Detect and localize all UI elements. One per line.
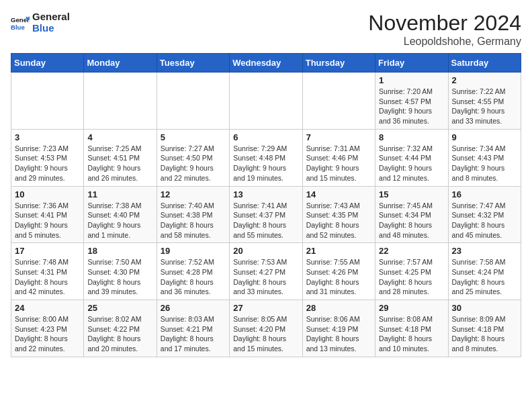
day-number: 5 bbox=[161, 132, 226, 142]
calendar-cell bbox=[302, 73, 375, 130]
day-info: Sunrise: 8:02 AM Sunset: 4:22 PM Dayligh… bbox=[87, 314, 152, 354]
calendar-cell: 30Sunrise: 8:09 AM Sunset: 4:18 PM Dayli… bbox=[448, 300, 521, 357]
calendar-cell: 26Sunrise: 8:03 AM Sunset: 4:21 PM Dayli… bbox=[157, 300, 229, 357]
logo: General Blue General Blue bbox=[11, 11, 70, 34]
day-info: Sunrise: 7:29 AM Sunset: 4:48 PM Dayligh… bbox=[233, 144, 298, 183]
logo-icon: General Blue bbox=[11, 13, 30, 32]
day-number: 28 bbox=[306, 303, 371, 313]
calendar-cell: 17Sunrise: 7:48 AM Sunset: 4:31 PM Dayli… bbox=[11, 243, 84, 300]
day-number: 1 bbox=[379, 75, 444, 85]
calendar-cell: 16Sunrise: 7:47 AM Sunset: 4:32 PM Dayli… bbox=[448, 186, 521, 243]
calendar-cell: 23Sunrise: 7:58 AM Sunset: 4:24 PM Dayli… bbox=[448, 243, 521, 300]
calendar-cell: 21Sunrise: 7:55 AM Sunset: 4:26 PM Dayli… bbox=[302, 243, 375, 300]
weekday-header: SundayMondayTuesdayWednesdayThursdayFrid… bbox=[11, 54, 521, 73]
day-info: Sunrise: 7:25 AM Sunset: 4:51 PM Dayligh… bbox=[87, 144, 152, 183]
calendar-cell bbox=[230, 73, 302, 130]
weekday-header-cell: Tuesday bbox=[157, 54, 229, 73]
day-info: Sunrise: 7:41 AM Sunset: 4:37 PM Dayligh… bbox=[233, 201, 298, 240]
day-info: Sunrise: 7:36 AM Sunset: 4:41 PM Dayligh… bbox=[15, 201, 80, 240]
calendar-cell: 13Sunrise: 7:41 AM Sunset: 4:37 PM Dayli… bbox=[230, 186, 302, 243]
calendar-cell: 9Sunrise: 7:34 AM Sunset: 4:43 PM Daylig… bbox=[448, 129, 521, 186]
month-title: November 2024 bbox=[368, 11, 521, 36]
calendar-cell: 2Sunrise: 7:22 AM Sunset: 4:55 PM Daylig… bbox=[448, 73, 521, 130]
day-info: Sunrise: 7:47 AM Sunset: 4:32 PM Dayligh… bbox=[452, 201, 517, 240]
day-number: 11 bbox=[87, 189, 152, 199]
day-number: 23 bbox=[452, 246, 517, 256]
weekday-header-cell: Saturday bbox=[448, 54, 521, 73]
day-info: Sunrise: 7:38 AM Sunset: 4:40 PM Dayligh… bbox=[87, 201, 152, 240]
day-info: Sunrise: 7:55 AM Sunset: 4:26 PM Dayligh… bbox=[306, 257, 371, 297]
day-info: Sunrise: 7:43 AM Sunset: 4:35 PM Dayligh… bbox=[306, 201, 371, 240]
day-number: 9 bbox=[452, 132, 517, 142]
calendar-week-row: 24Sunrise: 8:00 AM Sunset: 4:23 PM Dayli… bbox=[11, 300, 521, 357]
day-number: 18 bbox=[87, 246, 152, 256]
day-info: Sunrise: 8:03 AM Sunset: 4:21 PM Dayligh… bbox=[161, 314, 226, 354]
title-area: November 2024 Leopoldshohe, Germany bbox=[368, 11, 521, 48]
location-title: Leopoldshohe, Germany bbox=[368, 36, 521, 48]
day-number: 25 bbox=[87, 303, 152, 313]
logo-line1: General bbox=[32, 11, 70, 22]
day-number: 7 bbox=[306, 132, 371, 142]
calendar-cell: 7Sunrise: 7:31 AM Sunset: 4:46 PM Daylig… bbox=[302, 129, 375, 186]
day-info: Sunrise: 7:32 AM Sunset: 4:44 PM Dayligh… bbox=[379, 144, 444, 183]
calendar-cell bbox=[84, 73, 157, 130]
calendar-cell: 22Sunrise: 7:57 AM Sunset: 4:25 PM Dayli… bbox=[375, 243, 448, 300]
day-info: Sunrise: 7:20 AM Sunset: 4:57 PM Dayligh… bbox=[379, 87, 444, 126]
day-number: 16 bbox=[452, 189, 517, 199]
calendar-cell: 8Sunrise: 7:32 AM Sunset: 4:44 PM Daylig… bbox=[375, 129, 448, 186]
calendar-cell: 4Sunrise: 7:25 AM Sunset: 4:51 PM Daylig… bbox=[84, 129, 157, 186]
weekday-header-cell: Thursday bbox=[302, 54, 375, 73]
day-info: Sunrise: 7:53 AM Sunset: 4:27 PM Dayligh… bbox=[233, 257, 298, 297]
calendar-body: 1Sunrise: 7:20 AM Sunset: 4:57 PM Daylig… bbox=[11, 73, 521, 357]
day-number: 20 bbox=[233, 246, 298, 256]
day-info: Sunrise: 8:09 AM Sunset: 4:18 PM Dayligh… bbox=[452, 314, 517, 354]
calendar-cell: 5Sunrise: 7:27 AM Sunset: 4:50 PM Daylig… bbox=[157, 129, 229, 186]
day-number: 10 bbox=[15, 189, 80, 199]
calendar-cell: 11Sunrise: 7:38 AM Sunset: 4:40 PM Dayli… bbox=[84, 186, 157, 243]
day-info: Sunrise: 8:00 AM Sunset: 4:23 PM Dayligh… bbox=[15, 314, 80, 354]
calendar-week-row: 3Sunrise: 7:23 AM Sunset: 4:53 PM Daylig… bbox=[11, 129, 521, 186]
calendar-cell: 3Sunrise: 7:23 AM Sunset: 4:53 PM Daylig… bbox=[11, 129, 84, 186]
weekday-header-cell: Friday bbox=[375, 54, 448, 73]
day-number: 29 bbox=[379, 303, 444, 313]
calendar-cell: 1Sunrise: 7:20 AM Sunset: 4:57 PM Daylig… bbox=[375, 73, 448, 130]
day-info: Sunrise: 8:05 AM Sunset: 4:20 PM Dayligh… bbox=[233, 314, 298, 354]
calendar-cell bbox=[157, 73, 229, 130]
calendar-cell: 25Sunrise: 8:02 AM Sunset: 4:22 PM Dayli… bbox=[84, 300, 157, 357]
weekday-header-cell: Sunday bbox=[11, 54, 84, 73]
day-info: Sunrise: 7:22 AM Sunset: 4:55 PM Dayligh… bbox=[452, 87, 517, 126]
day-number: 3 bbox=[15, 132, 80, 142]
day-number: 17 bbox=[15, 246, 80, 256]
day-number: 22 bbox=[379, 246, 444, 256]
day-info: Sunrise: 7:45 AM Sunset: 4:34 PM Dayligh… bbox=[379, 201, 444, 240]
day-number: 13 bbox=[233, 189, 298, 199]
day-number: 24 bbox=[15, 303, 80, 313]
calendar-cell: 20Sunrise: 7:53 AM Sunset: 4:27 PM Dayli… bbox=[230, 243, 302, 300]
calendar-cell: 29Sunrise: 8:08 AM Sunset: 4:18 PM Dayli… bbox=[375, 300, 448, 357]
calendar-cell: 24Sunrise: 8:00 AM Sunset: 4:23 PM Dayli… bbox=[11, 300, 84, 357]
calendar-week-row: 17Sunrise: 7:48 AM Sunset: 4:31 PM Dayli… bbox=[11, 243, 521, 300]
logo-line2: Blue bbox=[32, 22, 70, 34]
calendar-cell: 12Sunrise: 7:40 AM Sunset: 4:38 PM Dayli… bbox=[157, 186, 229, 243]
calendar-cell: 10Sunrise: 7:36 AM Sunset: 4:41 PM Dayli… bbox=[11, 186, 84, 243]
calendar-cell: 28Sunrise: 8:06 AM Sunset: 4:19 PM Dayli… bbox=[302, 300, 375, 357]
day-info: Sunrise: 7:57 AM Sunset: 4:25 PM Dayligh… bbox=[379, 257, 444, 297]
day-number: 6 bbox=[233, 132, 298, 142]
calendar-cell: 18Sunrise: 7:50 AM Sunset: 4:30 PM Dayli… bbox=[84, 243, 157, 300]
day-info: Sunrise: 8:08 AM Sunset: 4:18 PM Dayligh… bbox=[379, 314, 444, 354]
day-info: Sunrise: 7:48 AM Sunset: 4:31 PM Dayligh… bbox=[15, 257, 80, 297]
day-info: Sunrise: 7:52 AM Sunset: 4:28 PM Dayligh… bbox=[161, 257, 226, 297]
calendar-cell bbox=[11, 73, 84, 130]
calendar-week-row: 10Sunrise: 7:36 AM Sunset: 4:41 PM Dayli… bbox=[11, 186, 521, 243]
day-info: Sunrise: 7:40 AM Sunset: 4:38 PM Dayligh… bbox=[161, 201, 226, 240]
day-number: 12 bbox=[161, 189, 226, 199]
calendar-week-row: 1Sunrise: 7:20 AM Sunset: 4:57 PM Daylig… bbox=[11, 73, 521, 130]
calendar-cell: 6Sunrise: 7:29 AM Sunset: 4:48 PM Daylig… bbox=[230, 129, 302, 186]
day-info: Sunrise: 7:27 AM Sunset: 4:50 PM Dayligh… bbox=[161, 144, 226, 183]
day-info: Sunrise: 7:23 AM Sunset: 4:53 PM Dayligh… bbox=[15, 144, 80, 183]
day-info: Sunrise: 7:50 AM Sunset: 4:30 PM Dayligh… bbox=[87, 257, 152, 297]
calendar-table: SundayMondayTuesdayWednesdayThursdayFrid… bbox=[11, 53, 521, 357]
calendar-cell: 27Sunrise: 8:05 AM Sunset: 4:20 PM Dayli… bbox=[230, 300, 302, 357]
day-info: Sunrise: 8:06 AM Sunset: 4:19 PM Dayligh… bbox=[306, 314, 371, 354]
day-number: 8 bbox=[379, 132, 444, 142]
